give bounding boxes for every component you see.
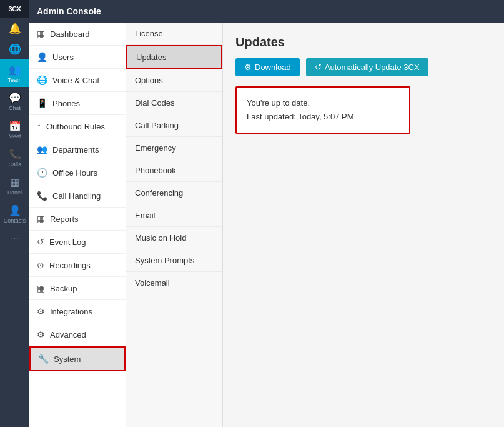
info-box: You're up to date. Last updated: Today, … <box>235 86 410 134</box>
rail-item-panel-label: Panel <box>7 189 22 196</box>
mid-item-email[interactable]: Email <box>126 204 222 227</box>
mid-item-options[interactable]: Options <box>126 69 222 92</box>
mid-item-updates-label: Updates <box>136 53 166 62</box>
nav-item-event-log-label: Event Log <box>49 238 86 247</box>
mid-item-emergency[interactable]: Emergency <box>126 137 222 159</box>
recordings-icon: ⊙ <box>37 260 44 270</box>
icon-rail: 3CX 🔔 🌐 👥 Team 💬 Chat 📅 Meet 📞 Calls ▦ P… <box>0 0 29 427</box>
bell-icon: 🔔 <box>9 23 21 34</box>
nav-item-backup[interactable]: ▦ Backup <box>29 277 126 300</box>
nav-item-dashboard[interactable]: ▦ Dashboard <box>29 23 126 46</box>
nav-item-office-hours[interactable]: 🕐 Office Hours <box>29 161 126 184</box>
nav-item-voice-chat-label: Voice & Chat <box>52 76 99 85</box>
nav-item-departments[interactable]: 👥 Departments <box>29 138 126 161</box>
nav-item-phones-label: Phones <box>52 99 80 108</box>
nav-item-event-log[interactable]: ↺ Event Log <box>29 231 126 254</box>
contacts-icon: 👤 <box>9 204 21 216</box>
auto-update-icon: ↺ <box>315 63 322 72</box>
system-icon: 🔧 <box>38 354 49 364</box>
rail-item-notifications[interactable]: 🔔 <box>0 18 29 38</box>
nav-item-advanced-label: Advanced <box>50 330 86 339</box>
content-area: ▦ Dashboard 👤 Users 🌐 Voice & Chat 📱 Pho… <box>29 23 504 427</box>
mid-item-dial-codes-label: Dial Codes <box>135 98 175 108</box>
mid-item-conferencing-label: Conferencing <box>135 188 183 198</box>
rail-item-contacts-label: Contacts <box>4 218 26 224</box>
nav-item-users-label: Users <box>52 53 74 62</box>
nav-item-outbound-rules-label: Outbound Rules <box>46 122 105 131</box>
rail-item-team-label: Team <box>7 77 21 83</box>
users-icon: 👤 <box>37 52 47 62</box>
mid-item-call-parking[interactable]: Call Parking <box>126 114 222 137</box>
nav-item-outbound-rules[interactable]: ↑ Outbound Rules <box>29 115 126 138</box>
info-line2: Last updated: Today, 5:07 PM <box>247 110 399 124</box>
mid-item-voicemail[interactable]: Voicemail <box>126 272 222 294</box>
nav-item-reports[interactable]: ▦ Reports <box>29 208 126 231</box>
chat-icon: 💬 <box>9 92 21 104</box>
mid-item-license-label: License <box>135 29 163 38</box>
nav-item-recordings[interactable]: ⊙ Recordings <box>29 254 126 277</box>
mid-item-updates[interactable]: Updates <box>126 45 222 69</box>
call-handling-icon: 📞 <box>37 191 47 201</box>
departments-icon: 👥 <box>37 144 47 154</box>
mid-item-email-label: Email <box>135 211 156 220</box>
dashboard-icon: ▦ <box>37 29 45 39</box>
nav-item-dashboard-label: Dashboard <box>50 29 90 39</box>
nav-item-departments-label: Departments <box>52 145 99 154</box>
nav-item-voice-chat[interactable]: 🌐 Voice & Chat <box>29 69 126 92</box>
rail-item-contacts[interactable]: 👤 Contacts <box>0 199 29 228</box>
nav-item-users[interactable]: 👤 Users <box>29 46 126 69</box>
mid-item-phonebook-label: Phonebook <box>135 166 176 175</box>
info-line1: You're up to date. <box>247 96 399 110</box>
auto-update-button[interactable]: ↺ Automatically Update 3CX <box>306 58 428 76</box>
panel-icon: ▦ <box>10 176 19 188</box>
integrations-icon: ⚙ <box>37 306 45 316</box>
middle-nav: License Updates Options Dial Codes Call … <box>126 23 223 427</box>
btn-bar: ⚙ Download ↺ Automatically Update 3CX <box>235 58 492 76</box>
rail-item-meet-label: Meet <box>8 133 21 139</box>
mid-item-system-prompts[interactable]: System Prompts <box>126 249 222 272</box>
rail-item-team[interactable]: 👥 Team <box>0 59 29 87</box>
calls-icon: 📞 <box>9 148 21 160</box>
reports-icon: ▦ <box>37 214 45 224</box>
mid-item-emergency-label: Emergency <box>135 143 176 153</box>
nav-item-system[interactable]: 🔧 System <box>29 346 126 371</box>
advanced-icon: ⚙ <box>37 329 45 339</box>
app-logo: 3CX <box>0 0 29 18</box>
nav-item-system-label: System <box>54 354 81 364</box>
mid-item-dial-codes[interactable]: Dial Codes <box>126 92 222 114</box>
nav-item-call-handling[interactable]: 📞 Call Handling <box>29 184 126 208</box>
main-content: Updates ⚙ Download ↺ Automatically Updat… <box>223 23 504 427</box>
rail-item-chat[interactable]: 💬 Chat <box>0 87 29 115</box>
backup-icon: ▦ <box>37 283 45 293</box>
mid-item-license[interactable]: License <box>126 23 222 45</box>
left-nav: ▦ Dashboard 👤 Users 🌐 Voice & Chat 📱 Pho… <box>29 23 126 427</box>
mid-item-conferencing[interactable]: Conferencing <box>126 182 222 204</box>
nav-item-recordings-label: Recordings <box>49 261 91 270</box>
mid-item-call-parking-label: Call Parking <box>135 121 179 130</box>
mid-item-music-on-hold-label: Music on Hold <box>135 233 186 243</box>
top-bar: Admin Console <box>29 0 504 23</box>
main-area: Admin Console ▦ Dashboard 👤 Users 🌐 Voic… <box>29 0 504 427</box>
nav-item-advanced[interactable]: ⚙ Advanced <box>29 323 126 346</box>
auto-update-button-label: Automatically Update 3CX <box>325 63 420 72</box>
nav-item-integrations-label: Integrations <box>50 307 92 316</box>
rail-dots: ··· <box>0 228 29 249</box>
rail-item-calls[interactable]: 📞 Calls <box>0 143 29 171</box>
nav-item-integrations[interactable]: ⚙ Integrations <box>29 300 126 323</box>
nav-item-reports-label: Reports <box>50 214 79 224</box>
event-log-icon: ↺ <box>37 237 44 247</box>
nav-item-call-handling-label: Call Handling <box>52 191 101 201</box>
mid-item-voicemail-label: Voicemail <box>135 278 170 288</box>
download-button[interactable]: ⚙ Download <box>235 58 300 76</box>
mid-item-music-on-hold[interactable]: Music on Hold <box>126 227 222 249</box>
rail-item-meet[interactable]: 📅 Meet <box>0 115 29 143</box>
voice-chat-icon: 🌐 <box>37 75 47 85</box>
rail-item-globe[interactable]: 🌐 <box>0 38 29 59</box>
phones-icon: 📱 <box>37 98 47 108</box>
nav-item-phones[interactable]: 📱 Phones <box>29 92 126 115</box>
rail-item-chat-label: Chat <box>9 105 21 111</box>
mid-item-phonebook[interactable]: Phonebook <box>126 159 222 182</box>
rail-item-panel[interactable]: ▦ Panel <box>0 171 29 199</box>
team-icon: 👥 <box>9 64 21 76</box>
mid-item-options-label: Options <box>135 76 163 85</box>
